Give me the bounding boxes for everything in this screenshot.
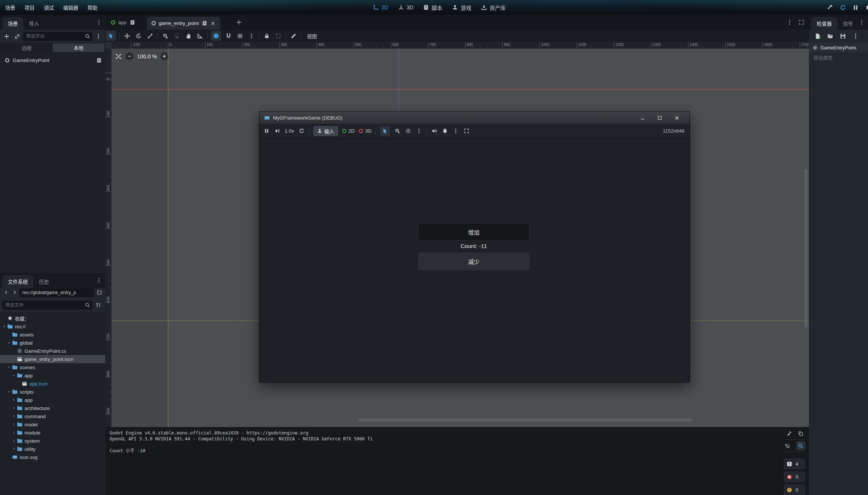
errors-badge[interactable]: 0 <box>784 471 805 482</box>
filter-files-input[interactable] <box>2 301 93 310</box>
fs-item-model[interactable]: model <box>0 420 105 429</box>
instance-scene-button[interactable] <box>13 32 22 41</box>
fs-item-scenes[interactable]: scenes <box>0 363 105 371</box>
chevron-down-icon[interactable] <box>7 390 12 394</box>
selection-options-button[interactable] <box>415 128 422 134</box>
group-node-button[interactable] <box>274 32 282 40</box>
decrease-button[interactable]: 减少 <box>418 253 529 270</box>
script-icon[interactable] <box>202 20 207 26</box>
grid-snap-button[interactable] <box>224 32 233 40</box>
tab-signals[interactable]: 信号 <box>838 17 859 30</box>
fs-dock-menu-icon[interactable] <box>96 277 102 283</box>
fs-item-assets[interactable]: assets <box>0 330 105 339</box>
chevron-right-icon[interactable] <box>12 439 17 443</box>
tab-inspector[interactable]: 检查器 <box>811 17 838 30</box>
inspector-menu-icon[interactable] <box>859 19 865 25</box>
canvas-viewport[interactable]: 100.0 % MyGFrameworkGame (DEBUG) 1.0x <box>111 49 809 427</box>
list-select-tool-button[interactable] <box>161 32 169 40</box>
fs-item-res[interactable]: res:// <box>0 322 105 330</box>
scene-tree-root-node[interactable]: GameEntryPoint <box>0 56 105 65</box>
game-list-select-button[interactable] <box>394 128 401 134</box>
segment-local[interactable]: 本地 <box>53 43 105 52</box>
workspace-2D[interactable]: 2D <box>373 4 389 10</box>
pan-tool-button[interactable] <box>184 32 192 40</box>
move-tool-button[interactable] <box>123 32 131 40</box>
touch-emulation-button[interactable] <box>441 128 448 134</box>
fs-item-icon.svg[interactable]: icon.svg <box>0 453 105 461</box>
scene-tab-game-entry-point[interactable]: game_entry_point <box>147 17 220 30</box>
tab-import[interactable]: 导入 <box>23 17 45 30</box>
copy-log-icon[interactable] <box>798 431 803 436</box>
canvas-vertical-scrollbar[interactable] <box>804 169 807 328</box>
mute-audio-button[interactable] <box>431 128 437 134</box>
chevron-right-icon[interactable] <box>12 414 17 418</box>
center-view-icon[interactable] <box>115 53 122 60</box>
filter-nodes-input[interactable] <box>23 32 93 41</box>
pause-game-button[interactable] <box>852 4 859 11</box>
menu-项目[interactable]: 项目 <box>22 2 38 13</box>
fs-item-global[interactable]: global <box>0 339 105 347</box>
fs-item-module[interactable]: module <box>0 429 105 437</box>
smart-snap-button[interactable] <box>211 31 221 41</box>
build-button[interactable] <box>827 4 833 11</box>
canvas-horizontal-scrollbar[interactable] <box>359 419 692 421</box>
nav-forward-button[interactable] <box>11 289 18 296</box>
collapse-log-icon[interactable] <box>785 443 790 449</box>
tab-scene[interactable]: 场景 <box>2 17 23 30</box>
zoom-in-button[interactable] <box>161 52 168 60</box>
time-scale-label[interactable]: 1.0x <box>285 128 294 134</box>
close-tab-icon[interactable] <box>210 21 216 26</box>
new-resource-icon[interactable] <box>814 33 821 39</box>
fs-item-app[interactable]: app <box>0 371 105 380</box>
close-icon[interactable] <box>674 115 680 121</box>
pivot-tool-button[interactable] <box>173 32 181 40</box>
restart-button[interactable] <box>298 128 305 134</box>
distraction-free-icon[interactable] <box>799 19 804 25</box>
current-path-input[interactable] <box>19 288 94 297</box>
menu-调试[interactable]: 调试 <box>41 2 57 13</box>
scene-tab-app[interactable]: app <box>111 15 135 30</box>
snap-options-button[interactable] <box>247 32 256 40</box>
window-options-button[interactable] <box>452 128 459 134</box>
chevron-right-icon[interactable] <box>12 431 17 434</box>
workspace-游戏[interactable]: 游戏 <box>452 4 472 12</box>
minimize-icon[interactable] <box>640 115 645 121</box>
workspace-资产库[interactable]: 资产库 <box>481 4 506 12</box>
chevron-right-icon[interactable] <box>12 406 17 410</box>
load-resource-icon[interactable] <box>827 33 833 39</box>
segment-remote[interactable]: 远程 <box>1 43 53 52</box>
attached-script-icon[interactable] <box>96 58 102 63</box>
scene-tree-menu-button[interactable] <box>94 32 103 41</box>
input-mode-button[interactable]: 输入 <box>314 126 338 136</box>
embed-fullscreen-button[interactable] <box>463 128 470 134</box>
fs-item-command[interactable]: command <box>0 412 105 420</box>
clear-log-icon[interactable] <box>786 431 792 436</box>
scale-tool-button[interactable] <box>146 32 154 40</box>
inspected-node-row[interactable]: GameEntryPoint. <box>809 43 868 53</box>
zoom-percent[interactable]: 100.0 % <box>137 53 157 59</box>
maximize-icon[interactable] <box>657 115 663 121</box>
menu-帮助[interactable]: 帮助 <box>85 2 101 13</box>
select-tool-button[interactable] <box>106 31 116 41</box>
nav-back-button[interactable] <box>2 289 10 296</box>
chevron-down-icon[interactable] <box>7 365 12 369</box>
chevron-down-icon[interactable] <box>7 341 12 345</box>
chevron-right-icon[interactable] <box>12 398 17 402</box>
fs-item-system[interactable]: system <box>0 437 105 445</box>
suspend-button[interactable] <box>263 128 270 134</box>
view-menu-button[interactable]: 视图 <box>305 32 319 40</box>
increase-button[interactable]: 增加 <box>418 223 529 241</box>
filter-properties-input[interactable] <box>813 55 864 61</box>
tab-list-icon[interactable] <box>787 19 793 25</box>
dock-menu-icon[interactable] <box>96 19 102 25</box>
mode-3d-button[interactable]: 3D <box>359 128 372 134</box>
script-icon[interactable] <box>130 20 135 25</box>
stop-game-button[interactable] <box>865 4 868 11</box>
game-select-tool-button[interactable] <box>380 126 390 136</box>
messages-badge[interactable]: 4 <box>784 458 805 469</box>
next-frame-button[interactable] <box>274 128 281 134</box>
camera-override-button[interactable] <box>405 128 411 134</box>
rotate-tool-button[interactable] <box>135 32 143 40</box>
restart-game-button[interactable] <box>840 4 846 11</box>
fs-item-GameEntryPoint.cs[interactable]: GameEntryPoint.cs <box>0 347 105 355</box>
